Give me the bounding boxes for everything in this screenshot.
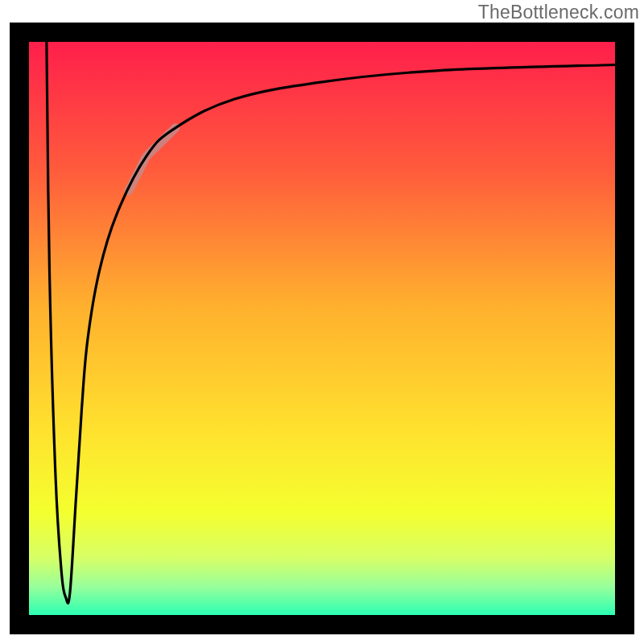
- plot-background: [29, 42, 615, 615]
- bottleneck-chart: [0, 0, 644, 644]
- chart-wrapper: TheBottleneck.com: [0, 0, 644, 644]
- watermark-text: TheBottleneck.com: [478, 2, 639, 23]
